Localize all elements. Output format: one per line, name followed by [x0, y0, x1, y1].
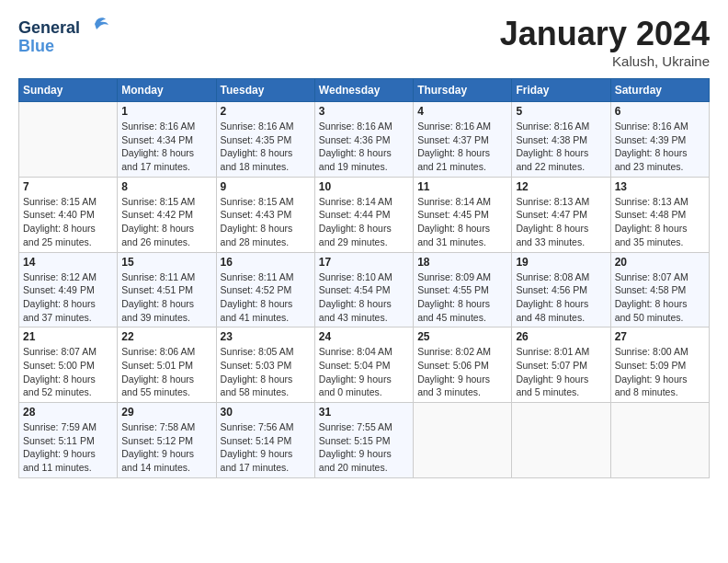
day-info: Sunrise: 8:07 AMSunset: 4:58 PMDaylight:… — [615, 270, 705, 325]
calendar-cell — [414, 403, 512, 478]
calendar-cell: 19Sunrise: 8:08 AMSunset: 4:56 PMDayligh… — [512, 252, 610, 327]
day-info: Sunrise: 7:56 AMSunset: 5:14 PMDaylight:… — [221, 420, 311, 475]
day-number: 26 — [516, 330, 606, 343]
day-number: 9 — [221, 180, 311, 193]
calendar-cell: 23Sunrise: 8:05 AMSunset: 5:03 PMDayligh… — [216, 327, 314, 403]
day-info: Sunrise: 8:15 AMSunset: 4:43 PMDaylight:… — [221, 195, 311, 249]
calendar-cell: 18Sunrise: 8:09 AMSunset: 4:55 PMDayligh… — [414, 252, 512, 327]
calendar-cell: 4Sunrise: 8:16 AMSunset: 4:37 PMDaylight… — [414, 102, 512, 178]
day-number: 2 — [221, 105, 311, 118]
calendar-cell: 8Sunrise: 8:15 AMSunset: 4:42 PMDaylight… — [118, 177, 216, 252]
day-info: Sunrise: 8:06 AMSunset: 5:01 PMDaylight:… — [121, 345, 211, 399]
calendar-cell: 29Sunrise: 7:58 AMSunset: 5:12 PMDayligh… — [118, 403, 216, 478]
day-number: 15 — [121, 256, 211, 269]
day-info: Sunrise: 8:14 AMSunset: 4:45 PMDaylight:… — [417, 195, 507, 249]
calendar-cell: 26Sunrise: 8:01 AMSunset: 5:07 PMDayligh… — [512, 327, 610, 403]
day-number: 31 — [319, 406, 409, 419]
calendar-cell: 31Sunrise: 7:55 AMSunset: 5:15 PMDayligh… — [314, 403, 413, 478]
calendar-cell: 10Sunrise: 8:14 AMSunset: 4:44 PMDayligh… — [314, 177, 413, 252]
day-number: 7 — [23, 180, 113, 193]
calendar-cell: 2Sunrise: 8:16 AMSunset: 4:35 PMDaylight… — [216, 102, 314, 178]
weekday-header: Friday — [512, 79, 610, 102]
calendar-week-row: 14Sunrise: 8:12 AMSunset: 4:49 PMDayligh… — [19, 252, 710, 327]
calendar-cell: 15Sunrise: 8:11 AMSunset: 4:51 PMDayligh… — [118, 252, 216, 327]
day-number: 8 — [121, 180, 211, 193]
header: General Blue January 2024 Kalush, Ukrain… — [18, 15, 710, 69]
calendar-cell: 3Sunrise: 8:16 AMSunset: 4:36 PMDaylight… — [314, 102, 413, 178]
day-info: Sunrise: 8:07 AMSunset: 5:00 PMDaylight:… — [23, 345, 113, 399]
day-number: 14 — [23, 256, 113, 269]
day-number: 5 — [516, 105, 606, 118]
calendar-cell — [512, 403, 610, 478]
month-title: January 2024 — [500, 15, 710, 53]
calendar-week-row: 21Sunrise: 8:07 AMSunset: 5:00 PMDayligh… — [19, 327, 710, 403]
day-number: 18 — [417, 256, 507, 269]
calendar-table: SundayMondayTuesdayWednesdayThursdayFrid… — [18, 78, 710, 478]
day-number: 24 — [319, 330, 409, 343]
calendar-week-row: 28Sunrise: 7:59 AMSunset: 5:11 PMDayligh… — [19, 403, 710, 478]
location: Kalush, Ukraine — [500, 53, 710, 69]
calendar-cell: 20Sunrise: 8:07 AMSunset: 4:58 PMDayligh… — [610, 252, 709, 327]
calendar-cell: 5Sunrise: 8:16 AMSunset: 4:38 PMDaylight… — [512, 102, 610, 178]
calendar-cell: 1Sunrise: 8:16 AMSunset: 4:34 PMDaylight… — [118, 102, 216, 178]
day-number: 30 — [221, 406, 311, 419]
weekday-header: Tuesday — [216, 79, 314, 102]
day-info: Sunrise: 8:00 AMSunset: 5:09 PMDaylight:… — [615, 345, 705, 399]
day-number: 11 — [417, 180, 507, 193]
day-number: 16 — [221, 256, 311, 269]
logo-bird-icon — [84, 15, 109, 40]
day-info: Sunrise: 8:11 AMSunset: 4:51 PMDaylight:… — [121, 270, 211, 325]
calendar-cell — [19, 102, 118, 178]
day-number: 3 — [319, 105, 409, 118]
day-info: Sunrise: 8:16 AMSunset: 4:39 PMDaylight:… — [615, 120, 705, 174]
logo-text-general: General — [18, 18, 80, 38]
day-number: 22 — [121, 330, 211, 343]
calendar-cell: 7Sunrise: 8:15 AMSunset: 4:40 PMDaylight… — [19, 177, 118, 252]
day-info: Sunrise: 8:12 AMSunset: 4:49 PMDaylight:… — [23, 270, 113, 325]
day-info: Sunrise: 8:09 AMSunset: 4:55 PMDaylight:… — [417, 270, 507, 325]
day-info: Sunrise: 7:58 AMSunset: 5:12 PMDaylight:… — [121, 420, 211, 475]
day-number: 1 — [121, 105, 211, 118]
day-info: Sunrise: 8:16 AMSunset: 4:36 PMDaylight:… — [319, 120, 409, 174]
day-number: 4 — [417, 105, 507, 118]
calendar-week-row: 7Sunrise: 8:15 AMSunset: 4:40 PMDaylight… — [19, 177, 710, 252]
page: General Blue January 2024 Kalush, Ukrain… — [0, 0, 728, 563]
day-info: Sunrise: 8:13 AMSunset: 4:48 PMDaylight:… — [615, 195, 705, 249]
day-number: 21 — [23, 330, 113, 343]
calendar-cell: 24Sunrise: 8:04 AMSunset: 5:04 PMDayligh… — [314, 327, 413, 403]
calendar-cell: 11Sunrise: 8:14 AMSunset: 4:45 PMDayligh… — [414, 177, 512, 252]
weekday-header: Thursday — [414, 79, 512, 102]
day-info: Sunrise: 8:15 AMSunset: 4:42 PMDaylight:… — [121, 195, 211, 249]
day-number: 17 — [319, 256, 409, 269]
weekday-header: Sunday — [19, 79, 118, 102]
logo-text-blue: Blue — [18, 37, 54, 56]
calendar-cell: 22Sunrise: 8:06 AMSunset: 5:01 PMDayligh… — [118, 327, 216, 403]
day-info: Sunrise: 8:15 AMSunset: 4:40 PMDaylight:… — [23, 195, 113, 249]
weekday-header: Monday — [118, 79, 216, 102]
calendar-cell: 6Sunrise: 8:16 AMSunset: 4:39 PMDaylight… — [610, 102, 709, 178]
day-info: Sunrise: 8:14 AMSunset: 4:44 PMDaylight:… — [319, 195, 409, 249]
weekday-header: Wednesday — [314, 79, 413, 102]
calendar-cell: 16Sunrise: 8:11 AMSunset: 4:52 PMDayligh… — [216, 252, 314, 327]
day-info: Sunrise: 8:11 AMSunset: 4:52 PMDaylight:… — [221, 270, 311, 325]
day-number: 13 — [615, 180, 705, 193]
logo: General Blue — [18, 15, 109, 56]
day-number: 6 — [615, 105, 705, 118]
day-info: Sunrise: 8:08 AMSunset: 4:56 PMDaylight:… — [516, 270, 606, 325]
day-number: 27 — [615, 330, 705, 343]
day-number: 28 — [23, 406, 113, 419]
day-number: 23 — [221, 330, 311, 343]
weekday-header: Saturday — [610, 79, 709, 102]
day-info: Sunrise: 8:16 AMSunset: 4:35 PMDaylight:… — [221, 120, 311, 174]
calendar-cell: 14Sunrise: 8:12 AMSunset: 4:49 PMDayligh… — [19, 252, 118, 327]
day-info: Sunrise: 8:16 AMSunset: 4:34 PMDaylight:… — [121, 120, 211, 174]
day-info: Sunrise: 7:59 AMSunset: 5:11 PMDaylight:… — [23, 420, 113, 475]
day-number: 19 — [516, 256, 606, 269]
calendar-cell: 21Sunrise: 8:07 AMSunset: 5:00 PMDayligh… — [19, 327, 118, 403]
day-number: 10 — [319, 180, 409, 193]
calendar-cell: 9Sunrise: 8:15 AMSunset: 4:43 PMDaylight… — [216, 177, 314, 252]
calendar-cell — [610, 403, 709, 478]
day-info: Sunrise: 8:01 AMSunset: 5:07 PMDaylight:… — [516, 345, 606, 399]
day-number: 12 — [516, 180, 606, 193]
day-number: 25 — [417, 330, 507, 343]
